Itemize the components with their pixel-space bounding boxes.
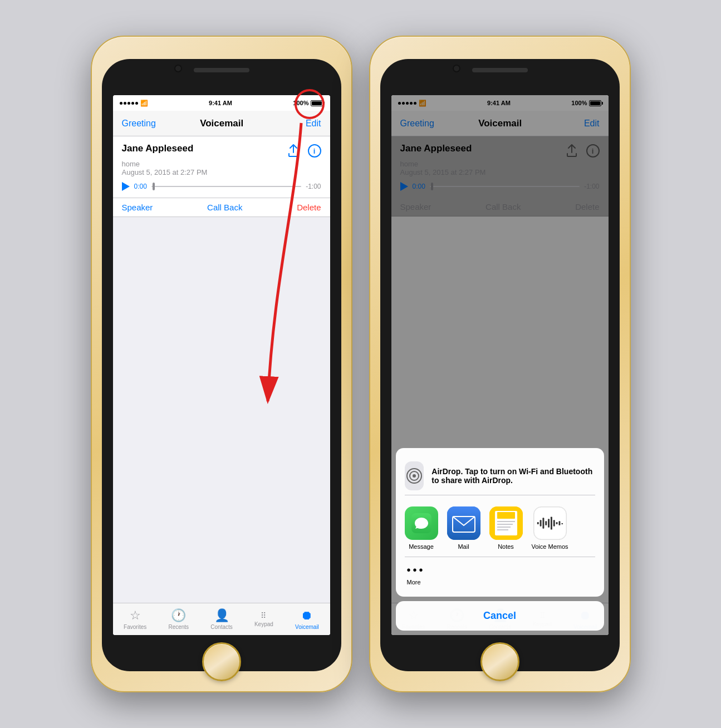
svg-rect-17 [542,518,544,528]
tab-keypad-label-1: Keypad [254,621,273,627]
vm-name-1: Jane Appleseed [122,143,194,154]
signal-strength [120,102,138,105]
tab-favorites-label-1: Favorites [124,624,146,630]
phone-2: 📶 9:41 AM 100% Greeting Voicemail Edit [369,36,631,692]
voice-memos-label: Voice Memos [532,543,568,550]
speaker-btn-1[interactable]: Speaker [122,203,153,212]
mail-app-icon [447,506,480,540]
content-area-1 [113,217,330,635]
action-row-1: Speaker Call Back Delete [113,198,330,217]
annotation-circle [295,89,325,119]
tab-bar-1: ☆ Favorites 🕐 Recents 👤 Contacts ⠿ Keypa… [113,603,330,635]
time-start-1: 0:00 [134,183,147,190]
airdrop-text: AirDrop. Tap to turn on Wi-Fi and Blueto… [431,467,595,485]
svg-rect-14 [534,507,566,539]
message-label: Message [409,543,434,550]
cancel-button[interactable]: Cancel [396,601,604,631]
tab-contacts-label-1: Contacts [210,624,232,630]
share-card: AirDrop. Tap to turn on Wi-Fi and Blueto… [396,448,604,597]
svg-rect-13 [497,529,508,530]
notes-label: Notes [498,543,514,550]
tab-recents-label-1: Recents [168,624,189,630]
nav-greeting-1[interactable]: Greeting [122,119,156,129]
svg-rect-11 [497,524,513,525]
nav-edit-1[interactable]: Edit [288,119,321,129]
svg-point-3 [413,474,416,478]
progress-bar-1[interactable] [151,186,301,187]
svg-rect-9 [497,512,515,519]
notes-app-icon [489,506,523,540]
airdrop-icon [405,461,424,490]
signal-dot-1 [120,102,122,105]
speaker-grill-2 [472,68,528,72]
tab-keypad-1[interactable]: ⠿ Keypad [254,611,273,627]
share-sheet-overlay: AirDrop. Tap to turn on Wi-Fi and Blueto… [391,95,609,635]
voicemail-item-1[interactable]: Jane Appleseed i home August 5, 2015 at … [113,136,330,198]
phone-2-inner: 📶 9:41 AM 100% Greeting Voicemail Edit [380,59,620,671]
svg-rect-24 [561,523,563,524]
callback-btn-1[interactable]: Call Back [207,203,242,212]
nav-title-1: Voicemail [200,118,243,129]
svg-rect-18 [545,521,547,525]
play-button-1[interactable] [122,182,130,191]
svg-rect-19 [548,519,550,527]
tab-recents-1[interactable]: 🕐 Recents [168,608,189,630]
voice-memos-app-icon [533,506,567,540]
tab-favorites-1[interactable]: ☆ Favorites [124,608,146,630]
more-row[interactable]: ••• More [405,557,595,588]
front-camera-2 [453,65,460,72]
home-button-2[interactable] [480,642,519,681]
favorites-icon-1: ☆ [130,608,141,623]
message-app-icon [405,506,438,540]
signal-dot-5 [135,102,138,105]
tab-contacts-1[interactable]: 👤 Contacts [210,608,232,630]
signal-dot-2 [124,102,126,105]
svg-rect-23 [558,521,560,525]
delete-btn-1[interactable]: Delete [297,203,321,212]
front-camera [174,65,182,72]
progress-thumb-1 [153,183,155,190]
audio-player-1: 0:00 -1:00 [122,182,321,191]
tab-voicemail-label-1: Voicemail [295,624,319,630]
more-label: More [405,579,421,586]
vm-header-1: Jane Appleseed i [122,143,321,159]
more-dots-icon: ••• [405,564,425,577]
share-icon-1[interactable] [286,143,301,159]
svg-rect-16 [539,520,541,527]
voicemail-icon-1: ⏺ [301,608,313,623]
nav-bar-1: Greeting Voicemail Edit [113,111,330,136]
vm-sub-1: home [122,160,321,168]
screen-1: 📶 9:41 AM 100% Greeting Voicemail Edit [113,95,330,635]
time-end-1: -1:00 [306,183,321,190]
share-apps-row: Message Mail [405,504,595,552]
info-icon-1[interactable]: i [308,144,321,158]
svg-rect-22 [556,522,557,524]
share-app-mail[interactable]: Mail [447,506,480,550]
svg-rect-12 [497,527,511,528]
recents-icon-1: 🕐 [171,608,186,623]
svg-rect-21 [553,520,555,527]
wifi-icon: 📶 [140,100,148,107]
phone-1: 📶 9:41 AM 100% Greeting Voicemail Edit [91,36,352,692]
share-app-notes[interactable]: Notes [489,506,523,550]
svg-rect-10 [497,521,515,522]
home-button-1[interactable] [202,642,241,681]
status-time-1: 9:41 AM [209,100,232,106]
phone-1-inner: 📶 9:41 AM 100% Greeting Voicemail Edit [102,59,341,671]
share-app-message[interactable]: Message [405,506,438,550]
airdrop-title: AirDrop. Tap to turn on Wi-Fi and Blueto… [431,467,595,485]
tab-voicemail-1[interactable]: ⏺ Voicemail [295,608,319,630]
keypad-icon-1: ⠿ [261,611,267,620]
signal-dot-4 [131,102,134,105]
vm-date-1: August 5, 2015 at 2:27 PM [122,168,321,176]
svg-rect-15 [537,522,538,524]
vm-icons-1: i [286,143,321,159]
contacts-icon-1: 👤 [214,608,229,623]
speaker-grill [194,68,249,72]
status-left: 📶 [120,100,148,107]
mail-label: Mail [458,543,469,550]
share-app-voice-memos[interactable]: Voice Memos [532,506,568,550]
share-sheet: AirDrop. Tap to turn on Wi-Fi and Blueto… [391,448,609,635]
airdrop-row: AirDrop. Tap to turn on Wi-Fi and Blueto… [405,457,595,495]
screen-2: 📶 9:41 AM 100% Greeting Voicemail Edit [391,95,609,635]
